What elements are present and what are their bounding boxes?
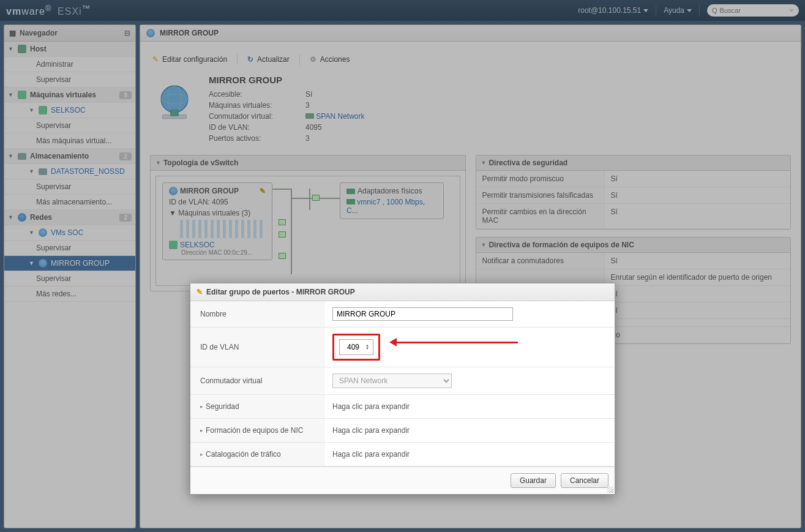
cancel-button[interactable]: Cancelar [561,473,608,488]
chevron-right-icon: ▸ [200,451,203,457]
vlan-spinner[interactable]: ▲▼ [339,339,373,355]
form-row-vlan: ID de VLAN ▲▼ [190,328,615,367]
annotation-highlight: ▲▼ [332,334,380,361]
pencil-icon: ✎ [197,288,203,296]
dialog-header: ✎ Editar grupo de puertos - MIRROR GROUP [190,283,615,301]
section-label: ▸ Catalogación de tráfico [190,443,325,466]
form-row-name: Nombre [190,301,615,328]
chevron-right-icon: ▸ [200,427,203,433]
edit-portgroup-dialog: ✎ Editar grupo de puertos - MIRROR GROUP… [190,283,615,495]
section-hint: Haga clic para expandir [325,419,615,442]
name-label: Nombre [190,301,325,327]
section-label: ▸ Formación de equipos de NIC [190,419,325,442]
vswitch-select[interactable]: SPAN Network [332,373,452,388]
vlan-input[interactable] [343,341,363,353]
save-button[interactable]: Guardar [511,473,556,488]
section-hint: Haga clic para expandir [325,443,615,466]
name-input[interactable] [332,307,513,321]
vlan-label: ID de VLAN [190,328,325,367]
chevron-right-icon: ▸ [200,403,203,410]
resize-handle[interactable] [607,487,613,493]
annotation-arrow [395,342,518,343]
form-row-expandable[interactable]: ▸ Formación de equipos de NICHaga clic p… [190,419,615,443]
form-row-vswitch: Conmutador virtual SPAN Network [190,367,615,395]
dialog-footer: Guardar Cancelar [190,466,615,494]
modal-overlay: ✎ Editar grupo de puertos - MIRROR GROUP… [0,0,805,532]
section-label: ▸ Seguridad [190,395,325,418]
vswitch-label: Conmutador virtual [190,367,325,394]
dialog-title: Editar grupo de puertos - MIRROR GROUP [206,288,355,296]
section-hint: Haga clic para expandir [325,395,615,418]
spinner-arrows[interactable]: ▲▼ [365,344,369,350]
form-row-expandable[interactable]: ▸ Catalogación de tráficoHaga clic para … [190,443,615,466]
dialog-body: Nombre ID de VLAN ▲▼ Conmutador virtual [190,301,615,466]
form-row-expandable[interactable]: ▸ SeguridadHaga clic para expandir [190,395,615,419]
